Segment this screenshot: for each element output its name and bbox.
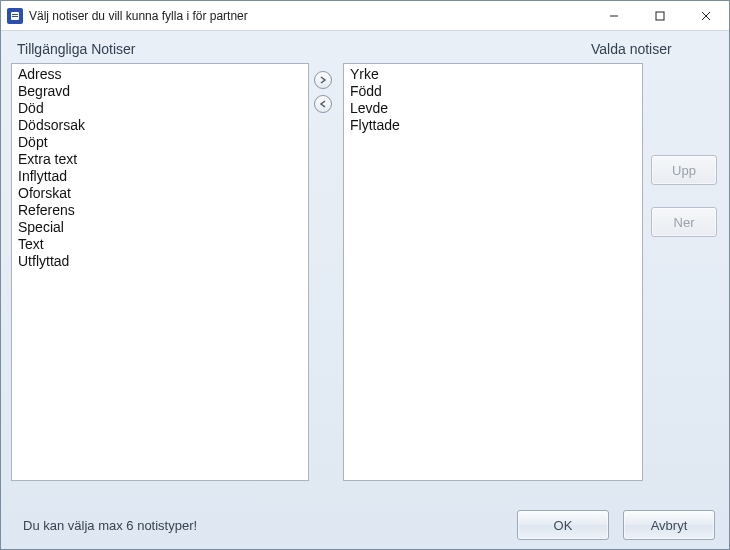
selected-header: Valda notiser xyxy=(341,41,719,57)
list-item[interactable]: Döpt xyxy=(16,134,304,151)
content-area: Tillgängliga Notiser Valda notiser Adres… xyxy=(1,31,729,503)
selected-listbox[interactable]: Yrke Född Levde Flyttade xyxy=(343,63,643,481)
chevron-left-icon xyxy=(319,100,327,108)
reorder-buttons: Upp Ner xyxy=(651,155,717,237)
list-item[interactable]: Inflyttad xyxy=(16,168,304,185)
move-right-button[interactable] xyxy=(314,71,332,89)
app-icon xyxy=(7,8,23,24)
footer: Du kan välja max 6 notistyper! OK Avbryt xyxy=(1,503,729,549)
list-item[interactable]: Utflyttad xyxy=(16,253,304,270)
close-icon xyxy=(701,11,711,21)
minimize-button[interactable] xyxy=(591,1,637,30)
footer-message: Du kan välja max 6 notistyper! xyxy=(23,518,503,533)
titlebar: Välj notiser du vill kunna fylla i för p… xyxy=(1,1,729,31)
list-item[interactable]: Levde xyxy=(348,100,638,117)
list-headers: Tillgängliga Notiser Valda notiser xyxy=(11,41,719,57)
move-up-button[interactable]: Upp xyxy=(651,155,717,185)
list-item[interactable]: Special xyxy=(16,219,304,236)
available-header: Tillgängliga Notiser xyxy=(11,41,301,57)
move-left-button[interactable] xyxy=(314,95,332,113)
list-item[interactable]: Text xyxy=(16,236,304,253)
move-down-button[interactable]: Ner xyxy=(651,207,717,237)
list-item[interactable]: Flyttade xyxy=(348,117,638,134)
list-item[interactable]: Begravd xyxy=(16,83,304,100)
cancel-button[interactable]: Avbryt xyxy=(623,510,715,540)
list-item[interactable]: Född xyxy=(348,83,638,100)
minimize-icon xyxy=(609,11,619,21)
list-item[interactable]: Adress xyxy=(16,66,304,83)
maximize-button[interactable] xyxy=(637,1,683,30)
list-item[interactable]: Död xyxy=(16,100,304,117)
lists-row: Adress Begravd Död Dödsorsak Döpt Extra … xyxy=(11,63,719,481)
list-item[interactable]: Oforskat xyxy=(16,185,304,202)
svg-rect-2 xyxy=(12,16,18,17)
available-listbox[interactable]: Adress Begravd Död Dödsorsak Döpt Extra … xyxy=(11,63,309,481)
chevron-right-icon xyxy=(319,76,327,84)
ok-button[interactable]: OK xyxy=(517,510,609,540)
svg-rect-4 xyxy=(656,12,664,20)
list-item[interactable]: Referens xyxy=(16,202,304,219)
window-controls xyxy=(591,1,729,30)
svg-rect-1 xyxy=(12,14,18,15)
transfer-buttons xyxy=(309,63,337,121)
list-item[interactable]: Yrke xyxy=(348,66,638,83)
window-root: Välj notiser du vill kunna fylla i för p… xyxy=(0,0,730,550)
list-item[interactable]: Extra text xyxy=(16,151,304,168)
close-button[interactable] xyxy=(683,1,729,30)
list-item[interactable]: Dödsorsak xyxy=(16,117,304,134)
window-title: Välj notiser du vill kunna fylla i för p… xyxy=(29,9,248,23)
maximize-icon xyxy=(655,11,665,21)
